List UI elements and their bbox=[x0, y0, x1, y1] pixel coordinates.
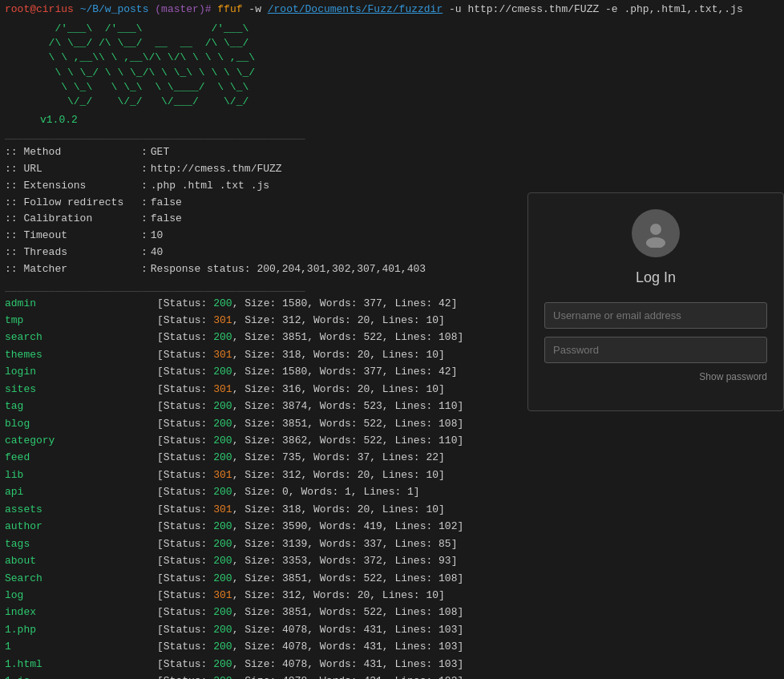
result-name: sites bbox=[5, 381, 157, 398]
cmd-wordlist: /root/Documents/Fuzz/fuzzdir bbox=[268, 3, 443, 15]
result-status: [Status: 200, Size: 4078, Words: 431, Li… bbox=[157, 621, 463, 638]
login-icon bbox=[632, 209, 680, 257]
result-name: 1.js bbox=[5, 673, 157, 679]
result-status: [Status: 200, Size: 4078, Words: 431, Li… bbox=[157, 673, 463, 679]
result-status: [Status: 200, Size: 4078, Words: 431, Li… bbox=[157, 656, 463, 673]
ascii-art-ffuf: /'___\ /'___\ /'___\ /\ \__/ /\ \__/ __ … bbox=[0, 18, 784, 112]
result-status: [Status: 200, Size: 3851, Words: 522, Li… bbox=[157, 604, 463, 620]
version-line: v1.0.2 bbox=[0, 112, 784, 127]
prompt-path: ~/B/w_posts bbox=[80, 3, 149, 15]
result-name: themes bbox=[5, 346, 157, 363]
result-name: index bbox=[5, 604, 157, 620]
result-name: blog bbox=[5, 415, 157, 432]
result-name: Search bbox=[5, 570, 157, 587]
result-row: Search [Status: 200, Size: 3851, Words: … bbox=[5, 570, 779, 587]
result-row: lib [Status: 301, Size: 312, Words: 20, … bbox=[5, 467, 779, 483]
result-row: blog [Status: 200, Size: 3851, Words: 52… bbox=[5, 415, 779, 432]
result-status: [Status: 200, Size: 3353, Words: 372, Li… bbox=[157, 552, 457, 569]
result-status: [Status: 200, Size: 735, Words: 37, Line… bbox=[157, 449, 445, 466]
cmd-extensions: .php,.html,.txt,.js bbox=[624, 3, 742, 15]
result-name: lib bbox=[5, 467, 157, 483]
result-status: [Status: 200, Size: 3590, Words: 419, Li… bbox=[157, 518, 463, 535]
result-row: tags [Status: 200, Size: 3139, Words: 33… bbox=[5, 536, 779, 552]
result-status: [Status: 200, Size: 1580, Words: 377, Li… bbox=[157, 295, 457, 312]
result-row: feed [Status: 200, Size: 735, Words: 37,… bbox=[5, 449, 779, 466]
result-status: [Status: 200, Size: 1580, Words: 377, Li… bbox=[157, 363, 457, 380]
info-method: :: Method : GET bbox=[5, 144, 779, 161]
result-status: [Status: 200, Size: 3874, Words: 523, Li… bbox=[157, 398, 463, 414]
result-status: [Status: 200, Size: 0, Words: 1, Lines: … bbox=[157, 483, 420, 500]
result-name: tag bbox=[5, 398, 157, 414]
prompt-branch: (master)# bbox=[155, 3, 211, 15]
result-name: 1 bbox=[5, 638, 157, 655]
result-row: category [Status: 200, Size: 3862, Words… bbox=[5, 432, 779, 449]
info-url: :: URL : http://cmess.thm/FUZZ bbox=[5, 161, 779, 178]
result-row: 1.php [Status: 200, Size: 4078, Words: 4… bbox=[5, 621, 779, 638]
result-status: [Status: 301, Size: 318, Words: 20, Line… bbox=[157, 346, 445, 363]
result-row: 1 [Status: 200, Size: 4078, Words: 431, … bbox=[5, 638, 779, 655]
result-name: about bbox=[5, 552, 157, 569]
command-line: root@cirius ~/B/w_posts (master)# ffuf -… bbox=[0, 0, 784, 18]
cmd-target-url: http://cmess.thm/FUZZ bbox=[467, 3, 599, 15]
result-status: [Status: 200, Size: 3862, Words: 522, Li… bbox=[157, 432, 463, 449]
result-name: 1.php bbox=[5, 621, 157, 638]
result-row: author [Status: 200, Size: 3590, Words: … bbox=[5, 518, 779, 535]
result-row: about [Status: 200, Size: 3353, Words: 3… bbox=[5, 552, 779, 569]
result-name: admin bbox=[5, 295, 157, 312]
result-row: 1.html [Status: 200, Size: 4078, Words: … bbox=[5, 656, 779, 673]
ascii-art-text: /'___\ /'___\ /'___\ /\ \__/ /\ \__/ __ … bbox=[5, 22, 779, 109]
user-icon bbox=[641, 219, 670, 248]
result-status: [Status: 200, Size: 3139, Words: 337, Li… bbox=[157, 536, 457, 552]
prompt-user: root@cirius bbox=[5, 3, 74, 15]
result-row: api [Status: 200, Size: 0, Words: 1, Lin… bbox=[5, 483, 779, 500]
svg-point-0 bbox=[650, 224, 661, 235]
cmd-ffuf: ffuf bbox=[217, 3, 242, 15]
result-status: [Status: 301, Size: 312, Words: 20, Line… bbox=[157, 587, 445, 604]
result-name: search bbox=[5, 329, 157, 346]
result-row: index [Status: 200, Size: 3851, Words: 5… bbox=[5, 604, 779, 620]
login-overlay: Log In Show password bbox=[527, 192, 784, 411]
show-password-toggle[interactable]: Show password bbox=[544, 371, 767, 382]
result-status: [Status: 301, Size: 316, Words: 20, Line… bbox=[157, 381, 445, 398]
result-status: [Status: 301, Size: 318, Words: 20, Line… bbox=[157, 501, 445, 518]
result-status: [Status: 200, Size: 3851, Words: 522, Li… bbox=[157, 570, 463, 587]
result-name: assets bbox=[5, 501, 157, 518]
result-row: 1.js [Status: 200, Size: 4078, Words: 43… bbox=[5, 673, 779, 679]
result-name: login bbox=[5, 363, 157, 380]
result-name: log bbox=[5, 587, 157, 604]
separator-1: ________________________________________… bbox=[0, 127, 784, 143]
login-title: Log In bbox=[544, 269, 767, 286]
result-name: api bbox=[5, 483, 157, 500]
terminal: root@cirius ~/B/w_posts (master)# ffuf -… bbox=[0, 0, 784, 679]
result-status: [Status: 301, Size: 312, Words: 20, Line… bbox=[157, 467, 445, 483]
password-input[interactable] bbox=[544, 337, 767, 363]
result-row: log [Status: 301, Size: 312, Words: 20, … bbox=[5, 587, 779, 604]
result-name: tmp bbox=[5, 312, 157, 329]
result-status: [Status: 200, Size: 4078, Words: 431, Li… bbox=[157, 638, 463, 655]
result-name: 1.html bbox=[5, 656, 157, 673]
result-status: [Status: 301, Size: 312, Words: 20, Line… bbox=[157, 312, 445, 329]
result-row: assets [Status: 301, Size: 318, Words: 2… bbox=[5, 501, 779, 518]
result-name: feed bbox=[5, 449, 157, 466]
result-status: [Status: 200, Size: 3851, Words: 522, Li… bbox=[157, 415, 463, 432]
result-status: [Status: 200, Size: 3851, Words: 522, Li… bbox=[157, 329, 463, 346]
result-name: author bbox=[5, 518, 157, 535]
result-name: tags bbox=[5, 536, 157, 552]
svg-point-1 bbox=[646, 237, 665, 248]
result-name: category bbox=[5, 432, 157, 449]
username-input[interactable] bbox=[544, 302, 767, 329]
